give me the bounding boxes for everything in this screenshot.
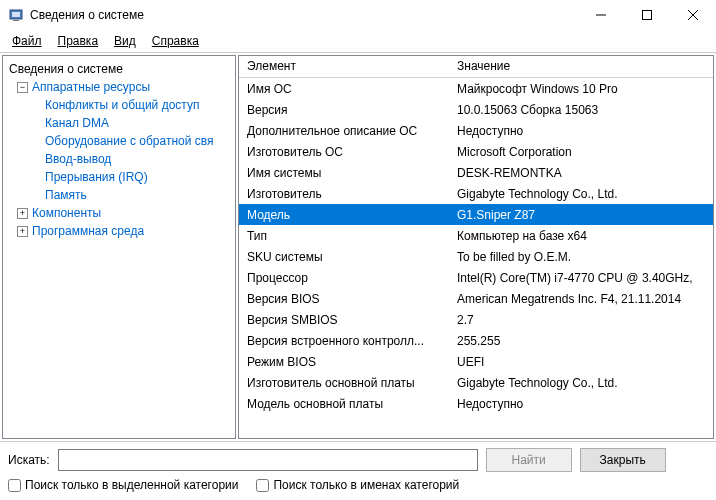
find-button[interactable]: Найти bbox=[486, 448, 572, 472]
cell-key: Имя ОС bbox=[239, 80, 449, 98]
table-row[interactable]: Имя ОСМайкрософт Windows 10 Pro bbox=[239, 78, 713, 99]
table-row[interactable]: Модель основной платыНедоступно bbox=[239, 393, 713, 414]
expand-icon[interactable]: + bbox=[17, 226, 28, 237]
cell-value: UEFI bbox=[449, 353, 713, 371]
menu-edit[interactable]: Правка bbox=[52, 32, 105, 50]
minimize-button[interactable] bbox=[578, 0, 624, 30]
cell-value: Компьютер на базе x64 bbox=[449, 227, 713, 245]
cell-value: American Megatrends Inc. F4, 21.11.2014 bbox=[449, 290, 713, 308]
table-row[interactable]: Режим BIOSUEFI bbox=[239, 351, 713, 372]
table-row[interactable]: ПроцессорIntel(R) Core(TM) i7-4770 CPU @… bbox=[239, 267, 713, 288]
cell-value: G1.Sniper Z87 bbox=[449, 206, 713, 224]
cell-value: Intel(R) Core(TM) i7-4770 CPU @ 3.40GHz, bbox=[449, 269, 713, 287]
search-input[interactable] bbox=[58, 449, 478, 471]
tree-hw-item[interactable]: Память bbox=[5, 186, 233, 204]
svg-rect-4 bbox=[643, 11, 652, 20]
cell-key: Модель bbox=[239, 206, 449, 224]
table-row[interactable]: Изготовитель основной платыGigabyte Tech… bbox=[239, 372, 713, 393]
cell-value: Недоступно bbox=[449, 122, 713, 140]
svg-rect-1 bbox=[12, 12, 20, 17]
expand-icon[interactable]: + bbox=[17, 208, 28, 219]
cell-key: Изготовитель ОС bbox=[239, 143, 449, 161]
cell-key: SKU системы bbox=[239, 248, 449, 266]
menu-view[interactable]: Вид bbox=[108, 32, 142, 50]
tree-hw-item[interactable]: Оборудование с обратной свя bbox=[5, 132, 233, 150]
table-header[interactable]: Элемент Значение bbox=[239, 56, 713, 78]
table-row[interactable]: ИзготовительGigabyte Technology Co., Ltd… bbox=[239, 183, 713, 204]
cell-key: Тип bbox=[239, 227, 449, 245]
cell-value: Microsoft Corporation bbox=[449, 143, 713, 161]
table-row[interactable]: Дополнительное описание ОСНедоступно bbox=[239, 120, 713, 141]
cell-key: Имя системы bbox=[239, 164, 449, 182]
cell-value: 255.255 bbox=[449, 332, 713, 350]
menu-file[interactable]: Файл bbox=[6, 32, 48, 50]
cell-key: Версия встроенного контролл... bbox=[239, 332, 449, 350]
table-row[interactable]: Версия10.0.15063 Сборка 15063 bbox=[239, 99, 713, 120]
tree-pane[interactable]: Сведения о системе −Аппаратные ресурсы К… bbox=[2, 55, 236, 439]
tree-hardware[interactable]: −Аппаратные ресурсы bbox=[5, 78, 233, 96]
tree-hw-item[interactable]: Ввод-вывод bbox=[5, 150, 233, 168]
tree-components[interactable]: +Компоненты bbox=[5, 204, 233, 222]
table-row[interactable]: ТипКомпьютер на базе x64 bbox=[239, 225, 713, 246]
cell-value: 2.7 bbox=[449, 311, 713, 329]
cell-key: Версия SMBIOS bbox=[239, 311, 449, 329]
checkbox-selected-category-input[interactable] bbox=[8, 479, 21, 492]
header-value[interactable]: Значение bbox=[449, 56, 713, 77]
table-row[interactable]: Изготовитель ОСMicrosoft Corporation bbox=[239, 141, 713, 162]
cell-value: Gigabyte Technology Co., Ltd. bbox=[449, 185, 713, 203]
cell-value: Недоступно bbox=[449, 395, 713, 413]
app-icon bbox=[8, 7, 24, 23]
menu-bar: Файл Правка Вид Справка bbox=[0, 30, 716, 52]
search-label: Искать: bbox=[8, 453, 50, 467]
title-bar: Сведения о системе bbox=[0, 0, 716, 30]
cell-key: Изготовитель bbox=[239, 185, 449, 203]
cell-key: Модель основной платы bbox=[239, 395, 449, 413]
header-element[interactable]: Элемент bbox=[239, 56, 449, 77]
details-pane[interactable]: Элемент Значение Имя ОСМайкрософт Window… bbox=[238, 55, 714, 439]
close-button[interactable] bbox=[670, 0, 716, 30]
cell-value: To be filled by O.E.M. bbox=[449, 248, 713, 266]
cell-key: Изготовитель основной платы bbox=[239, 374, 449, 392]
cell-key: Дополнительное описание ОС bbox=[239, 122, 449, 140]
cell-key: Процессор bbox=[239, 269, 449, 287]
tree-softenv[interactable]: +Программная среда bbox=[5, 222, 233, 240]
table-row[interactable]: Версия SMBIOS2.7 bbox=[239, 309, 713, 330]
svg-rect-2 bbox=[13, 20, 19, 21]
cell-value: Майкрософт Windows 10 Pro bbox=[449, 80, 713, 98]
maximize-button[interactable] bbox=[624, 0, 670, 30]
cell-value: 10.0.15063 Сборка 15063 bbox=[449, 101, 713, 119]
table-row[interactable]: Версия BIOSAmerican Megatrends Inc. F4, … bbox=[239, 288, 713, 309]
table-row[interactable]: Версия встроенного контролл...255.255 bbox=[239, 330, 713, 351]
table-row[interactable]: SKU системыTo be filled by O.E.M. bbox=[239, 246, 713, 267]
table-row[interactable]: МодельG1.Sniper Z87 bbox=[239, 204, 713, 225]
cell-key: Версия bbox=[239, 101, 449, 119]
cell-value: DESK-REMONTKA bbox=[449, 164, 713, 182]
menu-help[interactable]: Справка bbox=[146, 32, 205, 50]
checkbox-category-names[interactable]: Поиск только в именах категорий bbox=[256, 478, 459, 492]
cell-value: Gigabyte Technology Co., Ltd. bbox=[449, 374, 713, 392]
checkbox-category-names-input[interactable] bbox=[256, 479, 269, 492]
table-row[interactable]: Имя системыDESK-REMONTKA bbox=[239, 162, 713, 183]
cell-key: Режим BIOS bbox=[239, 353, 449, 371]
content-area: Сведения о системе −Аппаратные ресурсы К… bbox=[0, 52, 716, 442]
tree-root[interactable]: Сведения о системе bbox=[5, 60, 233, 78]
window-title: Сведения о системе bbox=[30, 8, 578, 22]
tree-hw-item[interactable]: Прерывания (IRQ) bbox=[5, 168, 233, 186]
collapse-icon[interactable]: − bbox=[17, 82, 28, 93]
search-panel: Искать: Найти Закрыть Поиск только в выд… bbox=[0, 442, 716, 500]
close-search-button[interactable]: Закрыть bbox=[580, 448, 666, 472]
tree-hw-item[interactable]: Канал DMA bbox=[5, 114, 233, 132]
cell-key: Версия BIOS bbox=[239, 290, 449, 308]
checkbox-selected-category[interactable]: Поиск только в выделенной категории bbox=[8, 478, 238, 492]
tree-hw-item[interactable]: Конфликты и общий доступ bbox=[5, 96, 233, 114]
